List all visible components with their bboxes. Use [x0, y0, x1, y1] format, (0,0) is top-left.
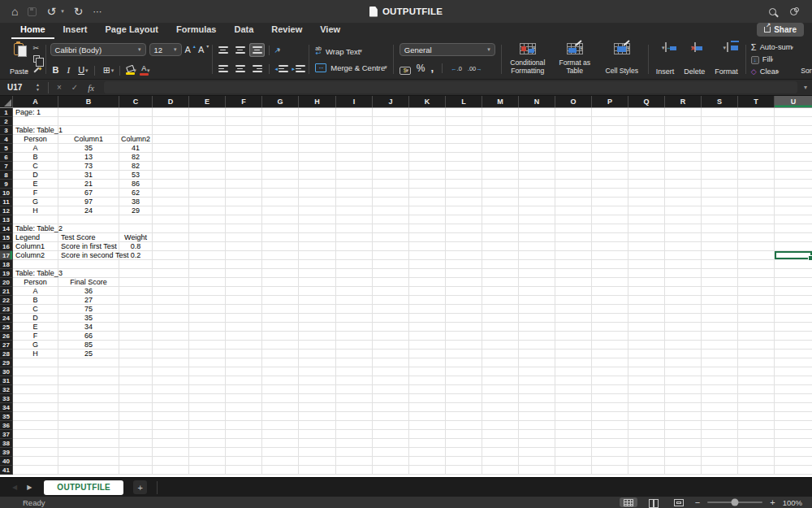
col-header-H[interactable]: H [299, 96, 336, 107]
cell-N8[interactable] [519, 171, 555, 180]
cell-H23[interactable] [299, 305, 336, 314]
cell-U11[interactable] [775, 198, 812, 206]
row-header-10[interactable]: 10 [0, 189, 13, 198]
cell-H9[interactable] [299, 180, 336, 189]
cell-O3[interactable] [555, 126, 592, 135]
cell-O13[interactable] [555, 215, 592, 224]
undo-dropdown-icon[interactable]: ▾ [61, 8, 64, 15]
cell-D2[interactable] [153, 117, 189, 126]
cell-Q38[interactable] [628, 439, 665, 448]
row-header-25[interactable]: 25 [0, 323, 13, 332]
row-header-11[interactable]: 11 [0, 198, 13, 206]
merge-centre-button[interactable]: ↔ Merge & Centre▾ [315, 63, 387, 72]
cell-H28[interactable] [299, 350, 336, 358]
row-header-26[interactable]: 26 [0, 332, 13, 341]
cell-U14[interactable] [775, 224, 812, 233]
orientation-dropdown-icon[interactable]: ▾ [278, 47, 281, 54]
cell-M23[interactable] [482, 305, 519, 314]
cell-J12[interactable] [373, 206, 409, 215]
cell-M35[interactable] [482, 412, 519, 421]
cell-N4[interactable] [519, 135, 555, 144]
cell-H3[interactable] [299, 126, 336, 135]
cell-A28[interactable]: H [13, 350, 58, 358]
cell-N39[interactable] [519, 448, 555, 457]
cell-S26[interactable] [702, 332, 738, 341]
cell-O38[interactable] [555, 439, 592, 448]
cell-F8[interactable] [226, 171, 262, 180]
cell-P12[interactable] [592, 206, 628, 215]
col-header-B[interactable]: B [58, 96, 119, 107]
cell-T38[interactable] [738, 439, 775, 448]
cell-I9[interactable] [336, 180, 373, 189]
cell-G17[interactable] [262, 251, 299, 260]
cell-A11[interactable]: G [13, 198, 58, 206]
cell-I28[interactable] [336, 350, 373, 358]
cell-U12[interactable] [775, 206, 812, 215]
cell-N24[interactable] [519, 314, 555, 323]
row-header-31[interactable]: 31 [0, 376, 13, 385]
cell-B6[interactable]: 13 [58, 153, 119, 162]
cell-I5[interactable] [336, 144, 373, 153]
cell-Q14[interactable] [628, 224, 665, 233]
cell-Q37[interactable] [628, 430, 665, 439]
cell-R14[interactable] [665, 224, 702, 233]
cell-D17[interactable] [153, 251, 189, 260]
cell-D29[interactable] [153, 358, 189, 367]
cell-D19[interactable] [153, 269, 189, 278]
cell-B39[interactable] [58, 448, 119, 457]
cell-G25[interactable] [262, 323, 299, 332]
row-header-17[interactable]: 17 [0, 251, 13, 260]
cell-T3[interactable] [738, 126, 775, 135]
cell-M13[interactable] [482, 215, 519, 224]
cell-E9[interactable] [189, 180, 226, 189]
cell-I36[interactable] [336, 421, 373, 430]
cell-U16[interactable] [775, 242, 812, 251]
cell-U28[interactable] [775, 350, 812, 358]
cell-J41[interactable] [373, 466, 409, 475]
cell-A26[interactable]: F [13, 332, 58, 341]
cell-B17[interactable]: Score in second Test [58, 251, 119, 260]
cell-F10[interactable] [226, 189, 262, 198]
cell-J7[interactable] [373, 162, 409, 171]
cell-B12[interactable]: 24 [58, 206, 119, 215]
cell-G2[interactable] [262, 117, 299, 126]
cell-G33[interactable] [262, 394, 299, 403]
cell-E5[interactable] [189, 144, 226, 153]
cell-I12[interactable] [336, 206, 373, 215]
cell-C29[interactable] [119, 358, 153, 367]
cell-A22[interactable]: B [13, 296, 58, 305]
cell-T11[interactable] [738, 198, 775, 206]
cell-E17[interactable] [189, 251, 226, 260]
cell-F16[interactable] [226, 242, 262, 251]
cell-B13[interactable] [58, 215, 119, 224]
cell-E37[interactable] [189, 430, 226, 439]
cell-P9[interactable] [592, 180, 628, 189]
cell-J27[interactable] [373, 341, 409, 350]
cell-T15[interactable] [738, 233, 775, 242]
cell-C37[interactable] [119, 430, 153, 439]
cell-A41[interactable] [13, 466, 58, 475]
tab-review[interactable]: Review [262, 23, 311, 37]
row-header-27[interactable]: 27 [0, 341, 13, 350]
cell-K25[interactable] [409, 323, 446, 332]
cell-J13[interactable] [373, 215, 409, 224]
borders-dropdown-icon[interactable]: ▾ [111, 67, 114, 74]
row-header-33[interactable]: 33 [0, 394, 13, 403]
cell-B28[interactable]: 25 [58, 350, 119, 358]
cell-S8[interactable] [702, 171, 738, 180]
cell-D30[interactable] [153, 367, 189, 376]
cell-D8[interactable] [153, 171, 189, 180]
cell-E16[interactable] [189, 242, 226, 251]
cell-U23[interactable] [775, 305, 812, 314]
row-header-18[interactable]: 18 [0, 260, 13, 269]
cell-F5[interactable] [226, 144, 262, 153]
cell-B19[interactable] [58, 269, 119, 278]
cell-R24[interactable] [665, 314, 702, 323]
page-layout-view-button[interactable] [645, 497, 663, 507]
cell-B10[interactable]: 67 [58, 189, 119, 198]
cell-M31[interactable] [482, 376, 519, 385]
cell-P21[interactable] [592, 287, 628, 296]
cell-K32[interactable] [409, 385, 446, 394]
col-header-M[interactable]: M [482, 96, 519, 107]
cell-T14[interactable] [738, 224, 775, 233]
